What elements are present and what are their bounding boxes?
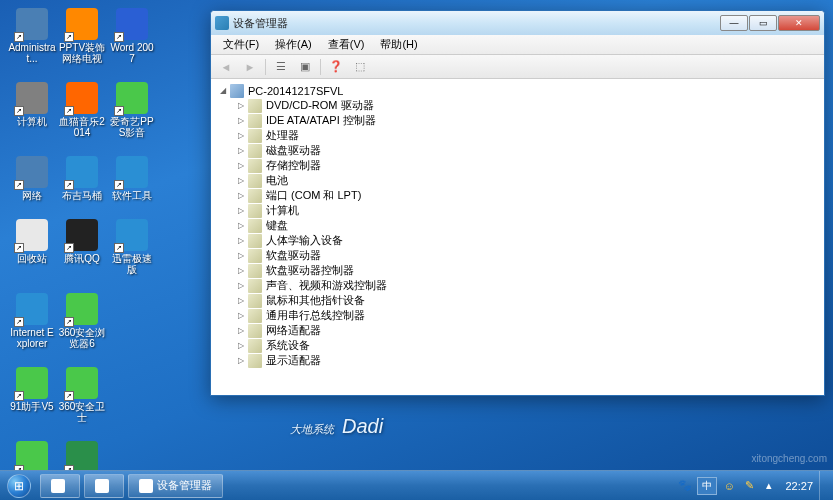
desktop-icon[interactable]: ↗腾讯QQ xyxy=(58,219,106,275)
expand-icon[interactable]: ▷ xyxy=(235,145,246,156)
expand-icon[interactable]: ▷ xyxy=(235,220,246,231)
expand-icon[interactable]: ▷ xyxy=(235,295,246,306)
device-node[interactable]: ▷系统设备 xyxy=(233,338,820,353)
desktop-icon[interactable]: ↗360安全卫士 xyxy=(58,367,106,423)
desktop-icon[interactable]: ↗迅雷极速版 xyxy=(108,219,156,275)
tree-content[interactable]: ◢ PC-20141217SFVL ▷DVD/CD-ROM 驱动器▷IDE AT… xyxy=(211,79,824,395)
device-node[interactable]: ▷软盘驱动器控制器 xyxy=(233,263,820,278)
device-node[interactable]: ▷键盘 xyxy=(233,218,820,233)
desktop-icon[interactable]: ↗Word 2007 xyxy=(108,8,156,64)
device-node[interactable]: ▷网络适配器 xyxy=(233,323,820,338)
shortcut-arrow-icon: ↗ xyxy=(14,180,24,190)
desktop-icon[interactable]: ↗回收站 xyxy=(8,219,56,275)
toolbar: ◄ ► ☰ ▣ ❓ ⬚ xyxy=(211,55,824,79)
menu-item[interactable]: 文件(F) xyxy=(215,35,267,54)
device-node[interactable]: ▷显示适配器 xyxy=(233,353,820,368)
desktop-icon[interactable]: ↗血猫音乐2014 xyxy=(58,82,106,138)
expand-icon[interactable]: ▷ xyxy=(235,340,246,351)
expand-icon[interactable]: ▷ xyxy=(235,190,246,201)
desktop-icon[interactable]: ↗Administrat... xyxy=(8,8,56,64)
toolbar-button[interactable]: ☰ xyxy=(270,57,292,77)
tray-expand-icon[interactable]: ▴ xyxy=(761,478,777,494)
toolbar-button[interactable]: ❓ xyxy=(325,57,347,77)
expand-icon[interactable]: ▷ xyxy=(235,235,246,246)
expand-icon[interactable]: ▷ xyxy=(235,205,246,216)
task-items: 设备管理器 xyxy=(38,474,225,498)
expand-icon[interactable]: ▷ xyxy=(235,265,246,276)
expand-icon[interactable]: ▷ xyxy=(235,280,246,291)
desktop-icon[interactable]: ↗计算机 xyxy=(8,82,56,138)
device-node[interactable]: ▷处理器 xyxy=(233,128,820,143)
shortcut-arrow-icon: ↗ xyxy=(14,391,24,401)
show-desktop-button[interactable] xyxy=(819,471,829,501)
device-node[interactable]: ▷IDE ATA/ATAPI 控制器 xyxy=(233,113,820,128)
expand-icon[interactable]: ▷ xyxy=(235,250,246,261)
device-label: 端口 (COM 和 LPT) xyxy=(266,188,361,203)
tray-icon[interactable]: ✎ xyxy=(741,478,757,494)
device-icon xyxy=(248,159,262,173)
desktop-icon[interactable]: ↗360安全浏览器6 xyxy=(58,293,106,349)
device-node[interactable]: ▷端口 (COM 和 LPT) xyxy=(233,188,820,203)
app-icon: ↗ xyxy=(66,367,98,399)
toolbar-button[interactable]: ⬚ xyxy=(349,57,371,77)
desktop-icon[interactable]: ↗91助手V5 xyxy=(8,367,56,423)
tree-root-node[interactable]: ◢ PC-20141217SFVL xyxy=(215,83,820,98)
taskbar-item[interactable] xyxy=(84,474,124,498)
icon-label: 360安全浏览器6 xyxy=(58,327,106,349)
toolbar-button[interactable]: ▣ xyxy=(294,57,316,77)
taskbar-item[interactable] xyxy=(40,474,80,498)
collapse-icon[interactable]: ◢ xyxy=(217,85,228,96)
clock[interactable]: 22:27 xyxy=(785,480,813,492)
expand-icon[interactable]: ▷ xyxy=(235,355,246,366)
forward-button: ► xyxy=(239,57,261,77)
desktop-icon[interactable]: ↗网络 xyxy=(8,156,56,201)
expand-icon[interactable]: ▷ xyxy=(235,100,246,111)
maximize-button[interactable]: ▭ xyxy=(749,15,777,31)
device-node[interactable]: ▷DVD/CD-ROM 驱动器 xyxy=(233,98,820,113)
desktop-icon[interactable]: ↗布吉马桶 xyxy=(58,156,106,201)
device-node[interactable]: ▷存储控制器 xyxy=(233,158,820,173)
desktop-icon[interactable]: ↗Internet Explorer xyxy=(8,293,56,349)
task-icon xyxy=(139,479,153,493)
expand-icon[interactable]: ▷ xyxy=(235,175,246,186)
device-node[interactable]: ▷磁盘驱动器 xyxy=(233,143,820,158)
device-label: 磁盘驱动器 xyxy=(266,143,321,158)
expand-icon[interactable]: ▷ xyxy=(235,115,246,126)
app-icon: ↗ xyxy=(116,156,148,188)
app-icon: ↗ xyxy=(16,8,48,40)
close-button[interactable]: ✕ xyxy=(778,15,820,31)
shortcut-arrow-icon: ↗ xyxy=(64,180,74,190)
device-node[interactable]: ▷鼠标和其他指针设备 xyxy=(233,293,820,308)
expand-icon[interactable]: ▷ xyxy=(235,130,246,141)
window-controls: ― ▭ ✕ xyxy=(720,15,820,31)
lang-indicator[interactable]: 中 xyxy=(697,477,717,495)
device-node[interactable]: ▷通用串行总线控制器 xyxy=(233,308,820,323)
separator xyxy=(265,59,266,75)
icon-label: Internet Explorer xyxy=(8,327,56,349)
device-icon xyxy=(248,249,262,263)
device-node[interactable]: ▷人体学输入设备 xyxy=(233,233,820,248)
desktop-icon[interactable]: ↗软件工具 xyxy=(108,156,156,201)
menu-item[interactable]: 帮助(H) xyxy=(372,35,425,54)
device-node[interactable]: ▷软盘驱动器 xyxy=(233,248,820,263)
app-icon: ↗ xyxy=(66,82,98,114)
menu-item[interactable]: 操作(A) xyxy=(267,35,320,54)
tray-icon[interactable]: ☺ xyxy=(721,478,737,494)
expand-icon[interactable]: ▷ xyxy=(235,160,246,171)
desktop-icon[interactable]: ↗爱奇艺PPS影音 xyxy=(108,82,156,138)
desktop-icon[interactable]: ↗PPTV装饰 网络电视 xyxy=(58,8,106,64)
device-icon xyxy=(248,189,262,203)
expand-icon[interactable]: ▷ xyxy=(235,325,246,336)
menu-item[interactable]: 查看(V) xyxy=(320,35,373,54)
start-button[interactable]: ⊞ xyxy=(0,471,38,501)
device-node[interactable]: ▷电池 xyxy=(233,173,820,188)
desktop-icon-grid: ↗Administrat...↗PPTV装饰 网络电视↗Word 2007↗计算… xyxy=(8,8,156,497)
expand-icon[interactable]: ▷ xyxy=(235,310,246,321)
app-icon: ↗ xyxy=(116,8,148,40)
device-node[interactable]: ▷计算机 xyxy=(233,203,820,218)
tray-icon[interactable]: 🐾 xyxy=(677,478,693,494)
titlebar[interactable]: 设备管理器 ― ▭ ✕ xyxy=(211,11,824,35)
taskbar-item[interactable]: 设备管理器 xyxy=(128,474,223,498)
minimize-button[interactable]: ― xyxy=(720,15,748,31)
device-node[interactable]: ▷声音、视频和游戏控制器 xyxy=(233,278,820,293)
